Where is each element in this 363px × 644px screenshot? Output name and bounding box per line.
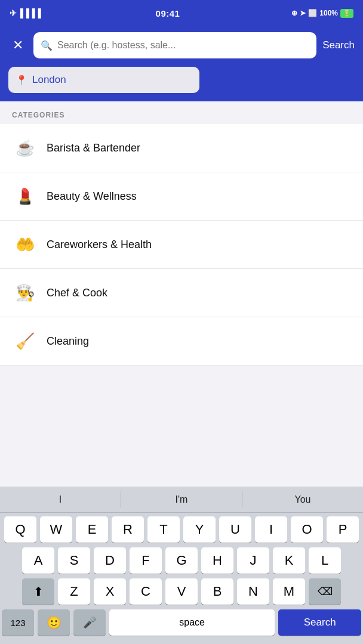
key-z[interactable]: Z [58, 578, 90, 605]
key-t[interactable]: T [147, 516, 180, 543]
backspace-key[interactable]: ⌫ [309, 578, 341, 605]
shift-key[interactable]: ⬆ [22, 578, 54, 605]
location-input[interactable]: 📍 London [8, 67, 199, 93]
key-i[interactable]: I [255, 516, 287, 543]
search-input[interactable] [57, 40, 309, 51]
key-m[interactable]: M [273, 578, 305, 605]
key-p[interactable]: P [327, 516, 359, 543]
category-item[interactable]: ☕ Barista & Bartender [0, 124, 363, 172]
categories-list: ☕ Barista & Bartender 💄 Beauty & Wellnes… [0, 124, 363, 366]
category-label: Chef & Cook [47, 287, 107, 299]
status-bar: ✈ ▌▌▌▌ 09:41 ⊕ ➤ ⬜ 100% 🔋 [0, 0, 363, 26]
key-w[interactable]: W [40, 516, 72, 543]
emoji-key[interactable]: 🙂 [38, 609, 70, 636]
space-key[interactable]: space [109, 609, 275, 636]
key-row-1: Q W E R T Y U I O P [2, 516, 361, 543]
numbers-key[interactable]: 123 [2, 609, 34, 636]
key-y[interactable]: Y [183, 516, 216, 543]
screen-icon: ⬜ [308, 9, 317, 17]
key-e[interactable]: E [76, 516, 108, 543]
category-icon: ☕ [12, 135, 38, 161]
key-row-2: A S D F G H J K L [2, 547, 361, 574]
keyboard: I I'm You Q W E R T Y U I O P A S D F G … [0, 487, 363, 644]
categories-label: CATEGORIES [0, 101, 363, 124]
category-item[interactable]: 🤲 Careworkers & Health [0, 221, 363, 269]
header: ✕ 🔍 Search [0, 26, 363, 67]
category-label: Barista & Bartender [47, 142, 140, 154]
key-g[interactable]: G [165, 547, 198, 574]
predictive-item-you[interactable]: You [242, 487, 363, 513]
status-right: ⊕ ➤ ⬜ 100% 🔋 [291, 9, 353, 18]
battery-text: 100% [319, 9, 338, 17]
status-time: 09:41 [156, 8, 180, 18]
key-v[interactable]: V [165, 578, 198, 605]
key-h[interactable]: H [201, 547, 233, 574]
key-rows: Q W E R T Y U I O P A S D F G H J K L ⬆ … [0, 513, 363, 636]
key-row-4: 123 🙂 🎤 space Search [2, 609, 361, 636]
location-bar: 📍 London [0, 67, 363, 101]
category-icon: 💄 [12, 183, 38, 209]
key-r[interactable]: R [112, 516, 144, 543]
predictive-item-i[interactable]: I [0, 487, 121, 513]
key-k[interactable]: K [273, 547, 305, 574]
category-icon: 👨‍🍳 [12, 280, 38, 306]
key-c[interactable]: C [130, 578, 162, 605]
key-row-3: ⬆ Z X C V B N M ⌫ [2, 578, 361, 605]
key-n[interactable]: N [237, 578, 269, 605]
key-q[interactable]: Q [4, 516, 36, 543]
key-o[interactable]: O [291, 516, 323, 543]
location-status-icon: ⊕ [291, 9, 297, 17]
search-input-wrap[interactable]: 🔍 [33, 32, 316, 58]
location-pin-icon: 📍 [16, 75, 27, 86]
categories-section: CATEGORIES ☕ Barista & Bartender 💄 Beaut… [0, 101, 363, 366]
key-b[interactable]: B [201, 578, 233, 605]
key-a[interactable]: A [22, 547, 54, 574]
category-item[interactable]: 💄 Beauty & Wellness [0, 172, 363, 221]
key-u[interactable]: U [219, 516, 251, 543]
category-icon: 🧹 [12, 328, 38, 354]
category-label: Careworkers & Health [47, 239, 152, 251]
location-city: London [32, 74, 66, 86]
search-button-header[interactable]: Search [322, 39, 355, 51]
airplane-icon: ✈ [10, 8, 17, 18]
signal-icon: ▌▌▌▌ [20, 8, 44, 18]
key-l[interactable]: L [309, 547, 341, 574]
key-x[interactable]: X [94, 578, 126, 605]
close-button[interactable]: ✕ [8, 38, 27, 53]
key-f[interactable]: F [130, 547, 162, 574]
category-label: Cleaning [47, 335, 89, 348]
key-j[interactable]: J [237, 547, 269, 574]
predictive-bar: I I'm You [0, 487, 363, 513]
key-s[interactable]: S [58, 547, 90, 574]
status-left: ✈ ▌▌▌▌ [10, 8, 44, 18]
mic-key[interactable]: 🎤 [73, 609, 106, 636]
category-item[interactable]: 🧹 Cleaning [0, 317, 363, 366]
category-item[interactable]: 👨‍🍳 Chef & Cook [0, 269, 363, 317]
category-icon: 🤲 [12, 231, 38, 258]
search-keyboard-button[interactable]: Search [278, 609, 361, 636]
category-label: Beauty & Wellness [47, 190, 137, 203]
battery-icon: 🔋 [340, 9, 353, 18]
key-d[interactable]: D [94, 547, 126, 574]
direction-icon: ➤ [300, 9, 306, 17]
predictive-item-im[interactable]: I'm [121, 487, 242, 513]
search-icon: 🔍 [41, 40, 53, 51]
